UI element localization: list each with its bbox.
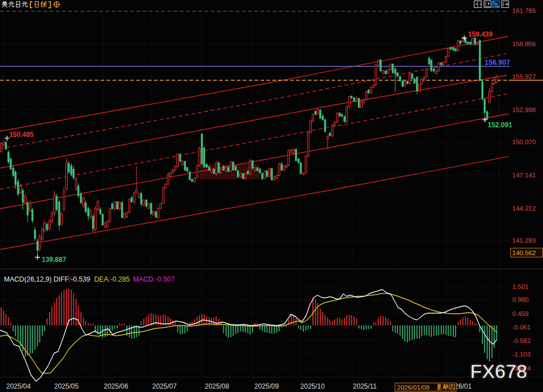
svg-text:2025/10: 2025/10 (301, 382, 325, 390)
svg-text:147.141: 147.141 (513, 172, 536, 179)
svg-text:150.070: 150.070 (513, 139, 536, 145)
svg-text:150.485: 150.485 (9, 131, 34, 139)
svg-text:1.501: 1.501 (513, 283, 529, 290)
svg-text:FX678: FX678 (470, 361, 527, 382)
svg-text:-0.061: -0.061 (513, 324, 531, 331)
svg-text:DEA:-0.285: DEA:-0.285 (94, 275, 130, 283)
svg-text:MACD(26,12,9) DIFF:-0.539: MACD(26,12,9) DIFF:-0.539 (4, 275, 90, 283)
svg-text:2025/08: 2025/08 (205, 382, 229, 390)
svg-text:2025/05: 2025/05 (54, 382, 79, 390)
svg-text:2025/07: 2025/07 (152, 382, 177, 390)
svg-text:159.439: 159.439 (468, 30, 493, 38)
svg-text:2025/11: 2025/11 (353, 382, 377, 390)
svg-text:155.927: 155.927 (513, 73, 536, 80)
svg-text:152.091: 152.091 (488, 121, 513, 129)
svg-text:-0.582: -0.582 (513, 337, 531, 344)
svg-text:2025/09: 2025/09 (254, 382, 279, 390)
svg-text:0.980: 0.980 (513, 296, 529, 303)
svg-text:MACD:-0.507: MACD:-0.507 (133, 275, 175, 283)
svg-text:2026/01/08: 2026/01/08 (397, 384, 430, 391)
svg-text:141.283: 141.283 (513, 237, 536, 244)
svg-text:144.212: 144.212 (513, 205, 536, 212)
svg-text:158.856: 158.856 (513, 41, 536, 47)
svg-text:140.562: 140.562 (513, 250, 536, 256)
svg-text:2025/06: 2025/06 (104, 382, 129, 390)
svg-text:152.998: 152.998 (513, 106, 536, 113)
svg-text:2025/04: 2025/04 (6, 382, 31, 390)
svg-text:156.907: 156.907 (485, 59, 510, 66)
svg-text:139.887: 139.887 (42, 256, 67, 264)
svg-text:161.785: 161.785 (513, 7, 536, 14)
svg-text:0.459: 0.459 (513, 310, 529, 317)
svg-text:-1.103: -1.103 (513, 351, 531, 358)
